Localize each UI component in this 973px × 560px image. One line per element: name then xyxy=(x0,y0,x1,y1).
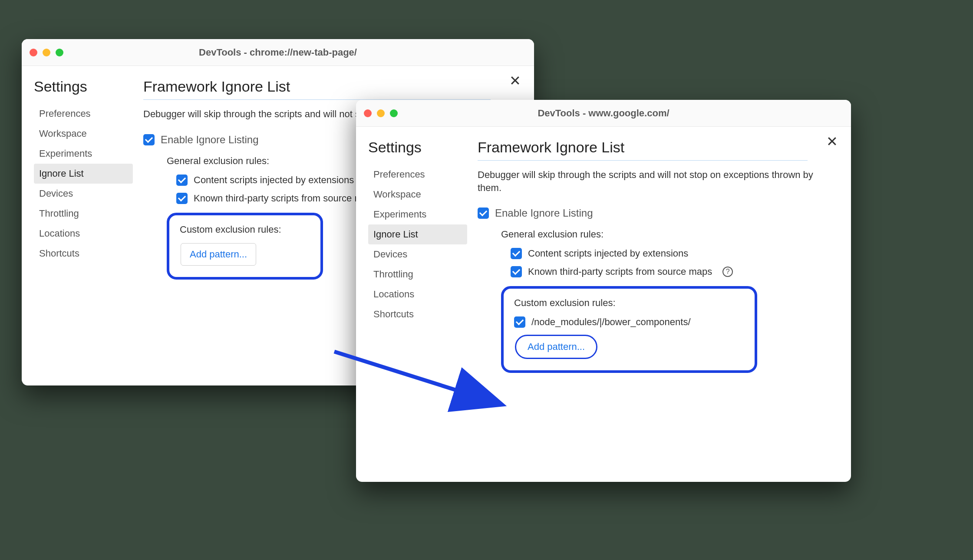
existing-pattern-checkbox[interactable] xyxy=(514,316,525,328)
custom-exclusion-title: Custom exclusion rules: xyxy=(180,224,310,235)
sidebar-item-workspace[interactable]: Workspace xyxy=(368,184,467,204)
titlebar: DevTools - www.google.com/ xyxy=(356,100,851,127)
sidebar-item-throttling[interactable]: Throttling xyxy=(34,204,133,224)
settings-heading: Settings xyxy=(368,139,467,156)
content-scripts-checkbox[interactable] xyxy=(176,175,188,186)
devtools-window-right: DevTools - www.google.com/ Settings Pref… xyxy=(356,100,851,482)
sidebar-item-locations[interactable]: Locations xyxy=(368,284,467,304)
custom-exclusion-section: Custom exclusion rules: /node_modules/|/… xyxy=(501,286,834,373)
enable-ignore-listing-row: Enable Ignore Listing xyxy=(478,207,834,219)
sidebar-item-devices[interactable]: Devices xyxy=(34,184,133,204)
custom-exclusion-title: Custom exclusion rules: xyxy=(514,297,744,309)
enable-ignore-listing-checkbox[interactable] xyxy=(143,134,155,145)
titlebar: DevTools - chrome://new-tab-page/ xyxy=(22,39,534,66)
general-exclusion-section: General exclusion rules: Content scripts… xyxy=(501,229,834,277)
close-icon[interactable]: ✕ xyxy=(826,135,838,148)
sidebar-item-locations[interactable]: Locations xyxy=(34,224,133,244)
content-scripts-label: Content scripts injected by extensions xyxy=(194,175,354,186)
page-description: Debugger will skip through the scripts a… xyxy=(478,168,834,194)
sidebar-item-shortcuts[interactable]: Shortcuts xyxy=(368,304,467,324)
content-area: Settings Preferences Workspace Experimen… xyxy=(356,127,851,482)
known-third-party-row: Known third-party scripts from source ma… xyxy=(511,266,834,277)
sidebar-item-experiments[interactable]: Experiments xyxy=(368,204,467,224)
known-third-party-label: Known third-party scripts from source ma… xyxy=(528,266,712,277)
sidebar-item-workspace[interactable]: Workspace xyxy=(34,124,133,144)
existing-pattern-label: /node_modules/|/bower_components/ xyxy=(531,316,691,328)
sidebar-item-experiments[interactable]: Experiments xyxy=(34,144,133,164)
enable-ignore-listing-label: Enable Ignore Listing xyxy=(495,207,593,219)
known-third-party-checkbox[interactable] xyxy=(176,193,188,204)
sidebar-item-devices[interactable]: Devices xyxy=(368,244,467,264)
settings-sidebar: Settings Preferences Workspace Experimen… xyxy=(22,66,139,385)
help-icon[interactable]: ? xyxy=(722,267,733,277)
sidebar-item-ignore-list[interactable]: Ignore List xyxy=(368,224,467,244)
known-third-party-checkbox[interactable] xyxy=(511,266,522,277)
add-pattern-button[interactable]: Add pattern... xyxy=(181,243,256,266)
sidebar-item-preferences[interactable]: Preferences xyxy=(34,104,133,124)
settings-main: ✕ Framework Ignore List Debugger will sk… xyxy=(473,127,851,482)
enable-ignore-listing-label: Enable Ignore Listing xyxy=(161,134,259,146)
window-title: DevTools - chrome://new-tab-page/ xyxy=(22,47,534,58)
sidebar-item-preferences[interactable]: Preferences xyxy=(368,165,467,184)
existing-pattern-row: /node_modules/|/bower_components/ xyxy=(514,316,744,328)
content-scripts-checkbox[interactable] xyxy=(511,248,522,259)
sidebar-item-throttling[interactable]: Throttling xyxy=(368,264,467,284)
custom-exclusion-callout: Custom exclusion rules: /node_modules/|/… xyxy=(501,286,757,373)
content-scripts-label: Content scripts injected by extensions xyxy=(528,248,688,259)
content-scripts-row: Content scripts injected by extensions xyxy=(511,248,834,259)
enable-ignore-listing-checkbox[interactable] xyxy=(478,208,489,219)
page-title: Framework Ignore List xyxy=(478,139,808,161)
close-icon[interactable]: ✕ xyxy=(509,74,521,88)
window-title: DevTools - www.google.com/ xyxy=(356,108,851,119)
custom-exclusion-callout: Custom exclusion rules: Add pattern... xyxy=(167,213,323,280)
page-title: Framework Ignore List xyxy=(143,78,491,100)
known-third-party-label: Known third-party scripts from source ma… xyxy=(194,193,378,204)
settings-heading: Settings xyxy=(34,78,133,95)
settings-sidebar: Settings Preferences Workspace Experimen… xyxy=(356,127,473,482)
sidebar-item-ignore-list[interactable]: Ignore List xyxy=(34,164,133,184)
sidebar-item-shortcuts[interactable]: Shortcuts xyxy=(34,244,133,264)
general-exclusion-title: General exclusion rules: xyxy=(501,229,834,240)
add-pattern-button[interactable]: Add pattern... xyxy=(515,335,597,359)
